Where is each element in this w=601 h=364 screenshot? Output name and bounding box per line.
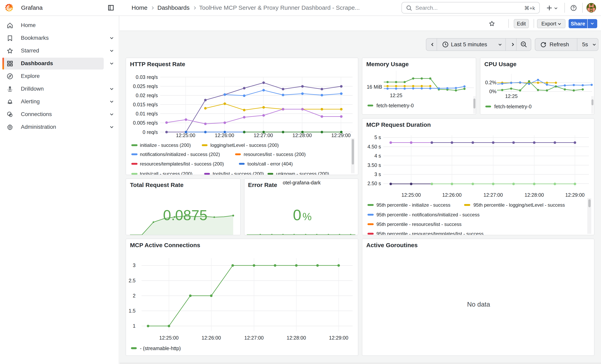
svg-text:95th percentile - logging/setL: 95th percentile - logging/setLevel - suc… [473,202,565,208]
svg-text:12:26:00: 12:26:00 [442,192,461,198]
svg-text:95th percentile - initialize -: 95th percentile - initialize - success [376,202,450,208]
svg-text:2.5: 2.5 [129,278,136,283]
svg-text:12:29:00: 12:29:00 [331,133,351,138]
svg-text:0.03 req/s: 0.03 req/s [136,74,158,80]
svg-text:otel-grafana-dark: otel-grafana-dark [283,180,321,185]
svg-text:tools/call - success (200): tools/call - success (200) [140,171,192,175]
svg-text:0.01 req/s: 0.01 req/s [136,111,158,117]
svg-text:- (streamable-http): - (streamable-http) [140,345,181,351]
svg-text:0.025 req/s: 0.025 req/s [133,83,158,89]
svg-text:0: 0 [293,207,301,223]
svg-text:95th percentile - resources/li: 95th percentile - resources/list - succe… [376,222,461,227]
svg-text:95th percentile - resources/te: 95th percentile - resources/templates/li… [376,231,483,235]
svg-text:12:27:00: 12:27:00 [254,133,273,138]
svg-text:4.50 s: 4.50 s [368,144,381,149]
svg-text:3: 3 [133,263,136,268]
svg-text:5 s: 5 s [374,135,381,140]
svg-text:12:25:00: 12:25:00 [176,133,195,138]
svg-text:resources/templates/list - suc: resources/templates/list - success (200) [140,161,224,167]
svg-text:12:26:00: 12:26:00 [215,133,234,138]
svg-text:0.015 req/s: 0.015 req/s [133,102,158,107]
svg-text:12:26:00: 12:26:00 [201,335,221,341]
svg-text:resources/list - success (200): resources/list - success (200) [244,152,306,157]
svg-text:0.02 req/s: 0.02 req/s [136,93,158,98]
svg-text:16 MiB: 16 MiB [367,84,382,90]
svg-text:12:29:00: 12:29:00 [329,335,348,341]
svg-text:0.005 req/s: 0.005 req/s [133,120,158,126]
svg-text:1: 1 [133,323,136,329]
svg-text:2.50 s: 2.50 s [368,181,381,186]
svg-text:12:27:00: 12:27:00 [483,192,503,198]
svg-text:notifications/initialized - su: notifications/initialized - success (202… [140,152,220,157]
svg-text:initialize - success (200): initialize - success (200) [140,142,191,148]
svg-text:tools/call - error (404): tools/call - error (404) [247,161,293,167]
svg-text:fetch-telemetry-0: fetch-telemetry-0 [376,103,414,108]
svg-text:4 s: 4 s [374,153,381,158]
svg-text:12:25: 12:25 [390,93,402,98]
svg-text:12:28:00: 12:28:00 [524,192,544,198]
svg-text:0 req/s: 0 req/s [143,129,158,135]
svg-text:0.2%: 0.2% [485,80,496,85]
svg-text:12:28:00: 12:28:00 [287,335,306,341]
svg-text:3.50 s: 3.50 s [368,162,381,168]
svg-text:12:29:00: 12:29:00 [565,192,584,198]
svg-text:0.0875: 0.0875 [163,207,207,223]
svg-text:tools/list - success (200): tools/list - success (200) [213,171,264,175]
svg-text:0%: 0% [489,89,496,94]
svg-text:%: % [302,211,312,222]
svg-text:1.5: 1.5 [129,308,136,314]
svg-text:fetch-telemetry-0: fetch-telemetry-0 [494,104,532,109]
svg-text:12:25:00: 12:25:00 [401,192,421,198]
svg-text:logging/setLevel - success (20: logging/setLevel - success (200) [210,142,279,148]
svg-text:3 s: 3 s [374,171,381,177]
svg-text:12:27:00: 12:27:00 [244,335,263,341]
svg-text:12:25: 12:25 [505,93,518,99]
svg-text:unknown - success (200): unknown - success (200) [276,171,329,175]
svg-text:12:25:00: 12:25:00 [159,335,179,341]
svg-text:95th percentile - notification: 95th percentile - notifications/initiali… [376,212,480,217]
svg-text:2: 2 [133,293,136,298]
svg-text:12:28:00: 12:28:00 [292,133,312,138]
